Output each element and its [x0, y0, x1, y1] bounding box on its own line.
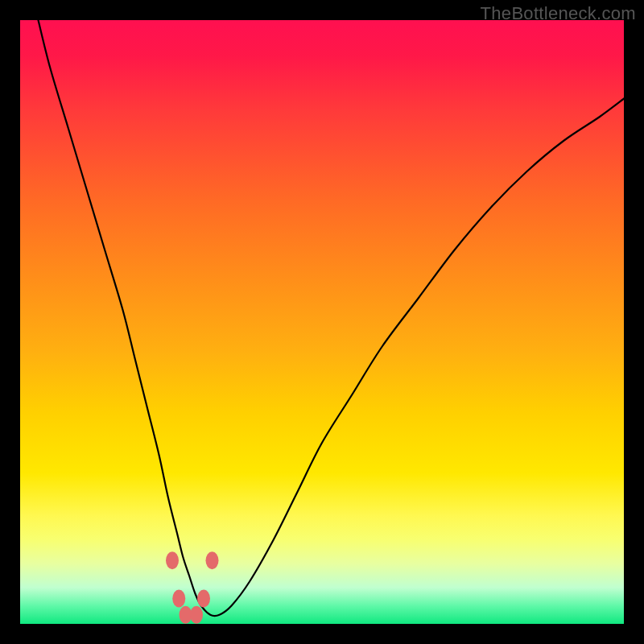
watermark-text: TheBottleneck.com [481, 3, 636, 24]
curve-marker [172, 590, 185, 608]
curve-marker [166, 551, 179, 569]
curve-marker [197, 590, 210, 608]
curve-marker [190, 606, 203, 624]
bottleneck-curve [39, 20, 625, 616]
curve-marker [206, 551, 219, 569]
chart-svg [20, 20, 624, 624]
chart-area [20, 20, 624, 624]
